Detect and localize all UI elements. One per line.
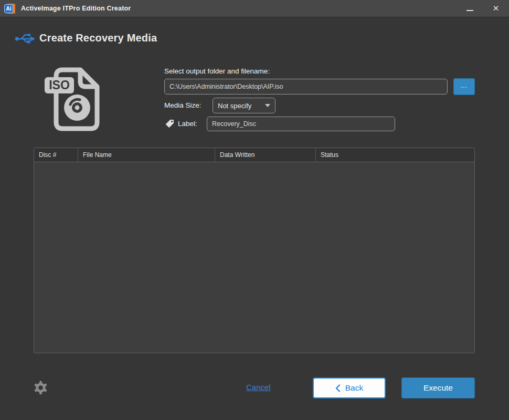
page-title: Create Recovery Media [39,32,157,44]
disc-table-body [34,162,474,353]
execute-button-label: Execute [423,383,453,393]
browse-button[interactable]: ... [453,78,475,95]
disc-table: Disc # File Name Data Written Status [34,148,475,353]
column-header-data-written[interactable]: Data Written [215,148,316,162]
cancel-link[interactable]: Cancel [246,383,271,392]
minimize-icon [466,10,473,11]
output-folder-label: Select output folder and filename: [164,67,270,75]
iso-file-icon: ISO [44,65,101,133]
execute-button[interactable]: Execute [401,377,475,398]
media-size-select[interactable]: Not specify [213,98,275,113]
minimize-button[interactable] [457,0,483,17]
label-field-label: Label: [178,120,197,128]
window-title: ActiveImage ITPro Edition Creator [21,5,131,12]
app-window: Ai ActiveImage ITPro Edition Creator ✕ C… [0,0,509,420]
media-size-value: Not specify [218,102,265,110]
usb-icon [15,30,36,45]
column-header-filename[interactable]: File Name [78,148,215,162]
close-icon: ✕ [493,4,500,13]
disc-table-header: Disc # File Name Data Written Status [34,148,474,162]
chevron-left-icon [335,384,341,392]
back-button-label: Back [345,383,363,393]
iso-badge-text: ISO [49,78,70,92]
back-button[interactable]: Back [313,377,386,398]
media-size-label: Media Size: [164,101,202,109]
app-logo-icon: Ai [4,3,15,14]
disc-label-input[interactable] [207,117,395,131]
close-button[interactable]: ✕ [483,0,509,17]
chevron-down-icon [265,104,270,107]
page-header: Create Recovery Media [15,30,157,45]
column-header-disc[interactable]: Disc # [34,148,78,162]
gear-icon[interactable] [33,380,49,396]
output-path-input[interactable] [164,79,448,94]
app-logo-letters: Ai [4,4,13,13]
tag-icon [165,119,174,128]
titlebar: Ai ActiveImage ITPro Edition Creator ✕ [0,0,509,17]
column-header-status[interactable]: Status [316,148,474,162]
